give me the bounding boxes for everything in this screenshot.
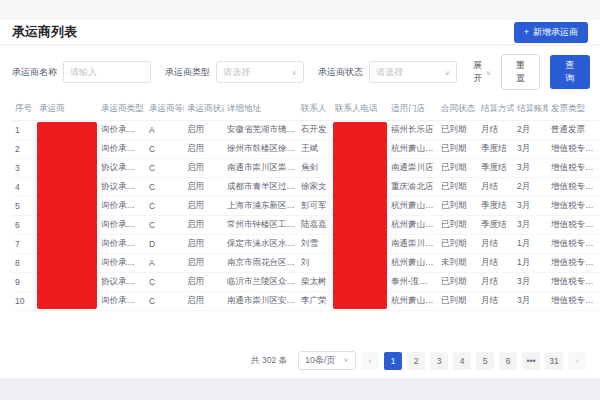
cell-contract: 已到期 (438, 197, 478, 216)
cell-stores: 杭州萧山店,... (388, 140, 438, 159)
cell-settle-period: 3月 (514, 292, 548, 311)
total-count: 共 302 条 (251, 355, 287, 367)
cell-invoice: 增值税专用发票 (548, 197, 600, 216)
pagination: 共 302 条 10条/页 ∨ ‹ 123456•••31 › (251, 351, 586, 370)
cell-idx: 5 (12, 197, 36, 216)
cell-idx: 9 (12, 273, 36, 292)
carrier-type-label: 承运商类型 (165, 66, 210, 79)
page-button[interactable]: 5 (476, 352, 494, 370)
cell-invoice: 增值税专用发票 (548, 292, 600, 311)
page-buttons: 123456•••31 (384, 352, 563, 370)
page-button[interactable]: 3 (430, 352, 448, 370)
cell-invoice: 增值税专用发票 (548, 159, 600, 178)
page-background-strip (0, 0, 600, 20)
column-header: 承运商等级 (146, 98, 184, 121)
page-button[interactable]: 2 (407, 352, 425, 370)
column-header: 承运商类型 (98, 98, 146, 121)
cell-address: 上海市浦东新区中国(上海... (224, 197, 298, 216)
carrier-list-card: 承运商名称 承运商类型 请选择 ∨ 承运商状态 请选择 ∨ 展开 ∨ 重置 查询 (0, 46, 600, 378)
add-carrier-button-label: 新增承运商 (533, 26, 578, 39)
cell-invoice: 增值税专用发票 (548, 216, 600, 235)
cell-settle-period: 3月 (514, 216, 548, 235)
filter-carrier-name: 承运商名称 (12, 61, 151, 83)
cell-stores: 福州长乐店 (388, 121, 438, 140)
table-row: 6询价承运商C启用常州市钟楼区工业大道陆号陆嘉嘉杭州萧山店,...已到期季度结3… (12, 216, 600, 235)
table-row: 4协议承运商C启用成都市青羊区过街楼街17号徐家文重庆渝北店已到期月结2月增值税… (12, 178, 600, 197)
cell-grade: C (146, 178, 184, 197)
cell-type: 询价承运商 (98, 216, 146, 235)
carrier-type-placeholder: 请选择 (223, 66, 250, 79)
filter-carrier-status: 承运商状态 请选择 ∨ (318, 61, 457, 83)
page-size-value: 10条/页 (305, 354, 336, 367)
cell-address: 保定市涞水区水城北大街... (224, 235, 298, 254)
cell-grade: C (146, 216, 184, 235)
cell-contact: 徐家文 (298, 178, 332, 197)
cell-grade: C (146, 292, 184, 311)
cell-idx: 2 (12, 140, 36, 159)
cell-contract: 未到期 (438, 254, 478, 273)
cell-idx: 6 (12, 216, 36, 235)
column-header: 联系人电话 (332, 98, 388, 121)
cell-address: 南通市崇川区崇川区 (224, 159, 298, 178)
cell-settle-method: 季度结 (478, 197, 514, 216)
title-bar: 承运商列表 + 新增承运商 (0, 20, 600, 46)
cell-type: 询价承运商 (98, 121, 146, 140)
filter-actions: 展开 ∨ 重置 查询 (473, 54, 590, 90)
page-size-select[interactable]: 10条/页 ∨ (298, 351, 356, 370)
next-page-button[interactable]: › (568, 352, 586, 370)
cell-settle-period: 3月 (514, 197, 548, 216)
table-body: 1询价承运商A启用安徽省芜湖市镜江区官陡...石开发福州长乐店已到期月结2月普通… (12, 121, 600, 311)
cell-status: 启用 (184, 235, 224, 254)
table-row: 3协议承运商C启用南通市崇川区崇川区焦剑南通崇川店已到期季度结3月增值税专用发票… (12, 159, 600, 178)
cell-address: 成都市青羊区过街楼街17号 (224, 178, 298, 197)
cell-contact: 柴太树 (298, 273, 332, 292)
cell-status: 启用 (184, 121, 224, 140)
cell-stores: 杭州萧山店,... (388, 292, 438, 311)
cell-settle-method: 月结 (478, 273, 514, 292)
carrier-type-select[interactable]: 请选择 ∨ (216, 61, 304, 83)
cell-idx: 3 (12, 159, 36, 178)
cell-type: 询价承运商 (98, 140, 146, 159)
column-header: 序号 (12, 98, 36, 121)
cell-stores: 杭州萧山店,... (388, 216, 438, 235)
table-row: 10询价承运商C启用南通市崇川区安顺路2号李广荣杭州萧山店,...已到期月结3月… (12, 292, 600, 311)
cell-address: 安徽省芜湖市镜江区官陡... (224, 121, 298, 140)
prev-page-button[interactable]: ‹ (361, 352, 379, 370)
page-button[interactable]: 31 (545, 352, 563, 370)
cell-invoice: 增值税专用发票 (548, 254, 600, 273)
column-header: 结算账期 (514, 98, 548, 121)
cell-settle-period: 3月 (514, 140, 548, 159)
more-pages-button[interactable]: ••• (522, 352, 540, 370)
reset-button[interactable]: 重置 (501, 54, 539, 90)
column-header: 承运商 (36, 98, 98, 121)
cell-grade: C (146, 159, 184, 178)
page-button[interactable]: 4 (453, 352, 471, 370)
cell-settle-method: 月结 (478, 292, 514, 311)
cell-stores: 杭州萧山店,... (388, 197, 438, 216)
cell-stores: 杭州萧山店,... (388, 254, 438, 273)
carrier-status-select[interactable]: 请选择 ∨ (369, 61, 457, 83)
carrier-name-input[interactable] (63, 61, 151, 83)
cell-idx: 4 (12, 178, 36, 197)
page-button[interactable]: 1 (384, 352, 402, 370)
cell-type: 询价承运商 (98, 254, 146, 273)
column-header: 承运商状态 (184, 98, 224, 121)
cell-invoice: 增值税专用发票 (548, 140, 600, 159)
cell-status: 启用 (184, 254, 224, 273)
table-row: 7询价承运商D启用保定市涞水区水城北大街...刘雪南通崇川店,...已到期月结1… (12, 235, 600, 254)
cell-invoice: 增值税专用发票 (548, 178, 600, 197)
expand-label: 展开 (473, 59, 483, 85)
page-button[interactable]: 6 (499, 352, 517, 370)
expand-filters-button[interactable]: 展开 ∨ (473, 59, 491, 85)
cell-settle-period: 1月 (514, 254, 548, 273)
cell-contact: 陆嘉嘉 (298, 216, 332, 235)
carrier-name-label: 承运商名称 (12, 66, 57, 79)
carrier-status-label: 承运商状态 (318, 66, 363, 79)
cell-type: 协议承运商 (98, 273, 146, 292)
cell-grade: A (146, 254, 184, 273)
table-row: 8询价承运商A启用南京市雨花台区凤信路 20...刘杭州萧山店,...未到期月结… (12, 254, 600, 273)
cell-settle-method: 季度结 (478, 159, 514, 178)
cell-status: 启用 (184, 273, 224, 292)
add-carrier-button[interactable]: + 新增承运商 (514, 22, 588, 43)
search-button[interactable]: 查询 (550, 55, 590, 89)
